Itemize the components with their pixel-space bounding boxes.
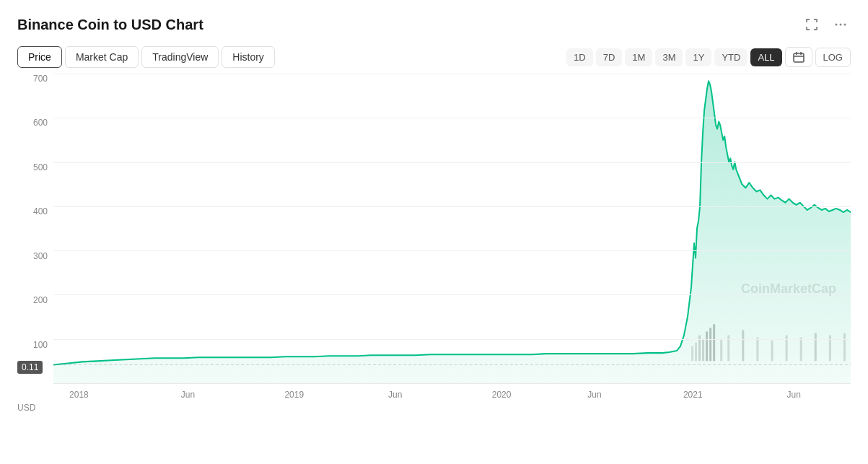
time-btn-3m[interactable]: 3M xyxy=(655,48,683,66)
svg-rect-3 xyxy=(794,53,804,62)
x-label-2021: 2021 xyxy=(683,390,703,400)
x-label-jun-2021: Jun xyxy=(787,390,801,400)
log-button[interactable]: LOG xyxy=(815,48,851,67)
y-label-100: 100 xyxy=(33,340,48,350)
header-icons xyxy=(802,14,851,35)
time-btn-7d[interactable]: 7D xyxy=(596,48,623,66)
svg-point-1 xyxy=(840,24,842,26)
x-label-jun-2019: Jun xyxy=(388,390,402,400)
usd-label: USD xyxy=(17,403,35,413)
grid-line-700 xyxy=(53,74,851,74)
chart-inner: 0.11 CoinMarketCap xyxy=(53,74,851,384)
grid-line-200 xyxy=(53,294,851,295)
x-label-2018: 2018 xyxy=(69,390,89,400)
y-label-700: 700 xyxy=(33,74,48,84)
page-title: Binance Coin to USD Chart xyxy=(17,17,203,33)
chart-svg xyxy=(53,74,851,383)
more-options-icon[interactable] xyxy=(830,14,851,35)
tab-market-cap[interactable]: Market Cap xyxy=(65,46,139,68)
tabs-right: 1D 7D 1M 3M 1Y YTD ALL LOG xyxy=(566,47,851,67)
time-btn-1m[interactable]: 1M xyxy=(625,48,652,66)
tab-history[interactable]: History xyxy=(222,46,275,68)
svg-point-0 xyxy=(836,24,838,26)
price-label: 0.11 xyxy=(17,361,43,374)
header-row: Binance Coin to USD Chart xyxy=(17,14,851,35)
grid-line-300 xyxy=(53,250,851,251)
y-label-600: 600 xyxy=(33,118,48,128)
grid-line-400 xyxy=(53,206,851,207)
y-axis: 700 600 500 400 300 200 100 xyxy=(17,74,53,384)
calendar-button[interactable] xyxy=(785,47,812,67)
x-label-2020: 2020 xyxy=(492,390,512,400)
y-label-400: 400 xyxy=(33,206,48,216)
x-label-2019: 2019 xyxy=(284,390,304,400)
grid-line-600 xyxy=(53,118,851,118)
y-label-300: 300 xyxy=(33,251,48,261)
chart-area: 700 600 500 400 300 200 100 0.11 CoinMar… xyxy=(17,74,851,413)
x-label-jun-2018: Jun xyxy=(181,390,195,400)
tab-price[interactable]: Price xyxy=(17,46,62,68)
x-axis: 2018 Jun 2019 Jun 2020 Jun 2021 Jun xyxy=(53,384,851,413)
grid-line-500 xyxy=(53,162,851,163)
grid-line-100 xyxy=(53,339,851,340)
time-btn-all[interactable]: ALL xyxy=(750,48,781,66)
svg-point-2 xyxy=(844,24,846,26)
time-btn-ytd[interactable]: YTD xyxy=(714,48,748,66)
time-btn-1d[interactable]: 1D xyxy=(566,48,593,66)
tabs-left: Price Market Cap TradingView History xyxy=(17,46,275,68)
y-label-200: 200 xyxy=(33,295,48,305)
page-container: Binance Coin to USD Chart Price Market C… xyxy=(0,0,868,464)
expand-icon[interactable] xyxy=(802,14,822,35)
tabs-row: Price Market Cap TradingView History 1D … xyxy=(17,46,851,68)
y-label-500: 500 xyxy=(33,162,48,172)
tab-trading-view[interactable]: TradingView xyxy=(141,46,219,68)
time-btn-1y[interactable]: 1Y xyxy=(685,48,711,66)
x-label-jun-2020: Jun xyxy=(587,390,601,400)
